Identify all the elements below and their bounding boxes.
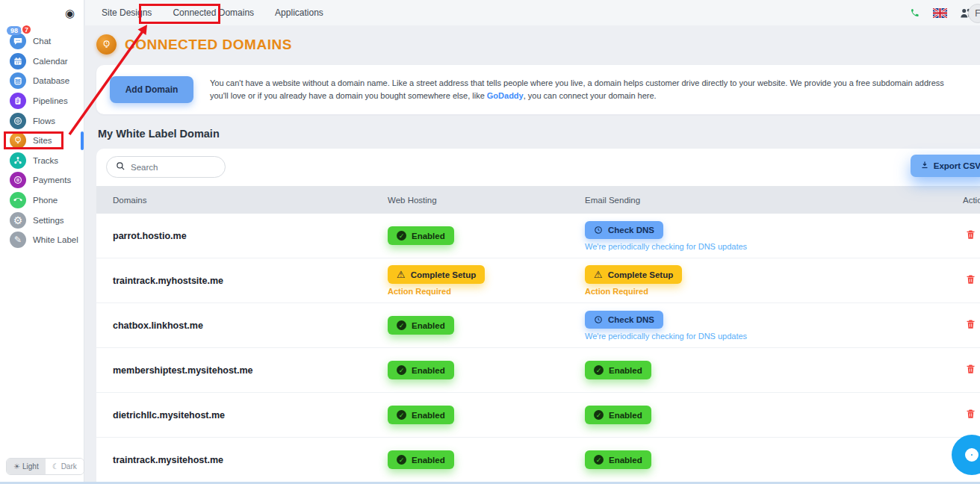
enabled-badge: ✓Enabled: [388, 406, 454, 424]
topbar-actions: [909, 0, 973, 25]
domain-cell: traintrack.myhostsite.me: [96, 276, 388, 286]
language-flag-icon[interactable]: [933, 8, 947, 18]
page-title: CONNECTED DOMAINS: [96, 34, 980, 55]
section-heading: My White Label Domain: [98, 128, 980, 140]
intro-description: You can't have a website without a domai…: [210, 77, 968, 102]
sidebar-item-label: Database: [33, 76, 69, 85]
sidebar-item-settings[interactable]: ⚙ Settings: [0, 210, 84, 230]
phone-icon: [10, 192, 26, 208]
sidebar-item-flows[interactable]: Flows: [0, 111, 84, 131]
actions-cell: [963, 229, 980, 243]
tab-applications[interactable]: Applications: [264, 1, 334, 25]
web-hosting-cell: ✓Enabled: [388, 316, 585, 335]
settings-gear-icon: ⚙: [10, 212, 26, 229]
tab-connected-domains[interactable]: Connected Domains: [162, 1, 264, 25]
sidebar-item-payments[interactable]: Payments: [0, 170, 84, 190]
sidebar-item-database[interactable]: Database: [0, 71, 84, 91]
search-input[interactable]: [131, 163, 205, 172]
sidebar-nav: 98 7 Chat Calendar Database: [0, 31, 84, 250]
record-indicator-icon[interactable]: ◉: [65, 7, 75, 20]
trash-icon[interactable]: [965, 273, 976, 285]
flows-icon: [10, 113, 26, 129]
table-row: chatbox.linkhost.me ✓Enabled Check DNS W…: [96, 303, 980, 348]
table-toolbar: Export CSV: [96, 149, 980, 186]
chat-widget-icon: [965, 448, 979, 462]
sidebar-item-white-label[interactable]: ✎ White Label: [0, 230, 84, 250]
chat-count-badge: 98: [7, 26, 22, 35]
tab-site-designs[interactable]: Site Designs: [91, 1, 162, 25]
web-hosting-cell: ✓Enabled: [388, 361, 585, 379]
godaddy-link[interactable]: GoDaddy: [487, 91, 524, 100]
export-csv-button[interactable]: Export CSV: [911, 155, 980, 177]
topbar: Site Designs Connected Domains Applicati…: [85, 0, 980, 25]
domain-cell: parrot.hostio.me: [96, 231, 388, 241]
enabled-badge: ✓Enabled: [388, 226, 454, 245]
complete-setup-badge[interactable]: ⚠Complete Setup: [585, 265, 682, 284]
add-domain-button[interactable]: Add Domain: [110, 76, 193, 103]
actions-cell: [963, 273, 980, 288]
web-hosting-cell: ✓Enabled: [388, 406, 585, 424]
sidebar-item-label: Flows: [33, 117, 55, 125]
table-row: parrot.hostio.me ✓Enabled Check DNS We'r…: [96, 214, 980, 258]
trash-icon[interactable]: [965, 363, 976, 375]
table-row: membershiptest.mysitehost.me ✓Enabled ✓E…: [96, 348, 980, 393]
sidebar-item-tracks[interactable]: Tracks: [0, 151, 84, 171]
sidebar-item-label: Phone: [33, 196, 58, 205]
warning-icon: ⚠: [594, 270, 603, 279]
moon-icon: ☾: [52, 462, 59, 471]
sidebar-item-label: Pipelines: [33, 96, 68, 105]
app-window: ◉ 98 7 Chat Calendar Database: [0, 0, 980, 484]
sidebar-item-label: Sites: [33, 136, 52, 145]
enabled-badge: ✓Enabled: [388, 316, 454, 335]
email-sending-cell: ✓Enabled: [585, 406, 963, 424]
phone-call-icon[interactable]: [909, 7, 921, 19]
complete-setup-badge[interactable]: ⚠Complete Setup: [388, 265, 485, 284]
sidebar-item-pipelines[interactable]: Pipelines: [0, 91, 84, 111]
domains-bulb-icon: [96, 34, 117, 55]
search-icon: [116, 161, 125, 174]
table-row: traintrack.myhostsite.me ⚠Complete Setup…: [96, 258, 980, 303]
check-dns-badge[interactable]: Check DNS: [585, 221, 663, 239]
actions-cell: [963, 318, 980, 333]
check-dns-badge[interactable]: Check DNS: [585, 311, 663, 329]
sidebar-item-label: Payments: [33, 176, 71, 184]
sidebar-item-label: Chat: [33, 37, 51, 46]
action-required-note: Action Required: [585, 287, 648, 296]
email-sending-cell: Check DNS We're periodically checking fo…: [585, 221, 963, 251]
pipelines-icon: [10, 93, 26, 109]
page-content: CONNECTED DOMAINS Add Domain You can't h…: [85, 25, 980, 483]
trash-icon[interactable]: [965, 229, 976, 241]
enabled-badge: ✓Enabled: [585, 450, 651, 469]
sidebar-item-calendar[interactable]: Calendar: [0, 52, 84, 72]
check-circle-icon: ✓: [397, 365, 406, 375]
intro-card: Add Domain You can't have a website with…: [96, 65, 980, 114]
column-header-actions: Actions: [963, 196, 980, 205]
trash-icon[interactable]: [965, 408, 976, 420]
web-hosting-cell: ⚠Complete Setup Action Required: [388, 265, 585, 296]
clock-icon: [594, 315, 603, 324]
dns-note: We're periodically checking for DNS upda…: [585, 332, 747, 341]
tracks-icon: [10, 152, 26, 169]
email-sending-cell: Check DNS We're periodically checking fo…: [585, 311, 963, 341]
email-sending-cell: ⚠Complete Setup Action Required: [585, 265, 963, 296]
domain-cell: chatbox.linkhost.me: [96, 320, 388, 331]
chat-alert-badge: 7: [21, 24, 32, 35]
table-row: dietrichllc.mysitehost.me ✓Enabled ✓Enab…: [96, 393, 980, 438]
check-circle-icon: ✓: [594, 410, 604, 420]
sidebar-item-sites[interactable]: Sites: [0, 131, 84, 151]
sidebar-item-chat[interactable]: 98 7 Chat: [0, 31, 84, 52]
dark-mode-button[interactable]: ☾Dark: [46, 459, 84, 474]
column-header-web-hosting: Web Hosting: [388, 196, 585, 205]
column-header-email-sending: Email Sending: [585, 196, 963, 205]
light-mode-button[interactable]: ☀Light: [7, 459, 46, 474]
email-sending-cell: ✓Enabled: [585, 450, 963, 469]
dns-note: We're periodically checking for DNS upda…: [585, 242, 747, 251]
sidebar-item-phone[interactable]: Phone: [0, 190, 84, 211]
trash-icon[interactable]: [965, 318, 976, 330]
enabled-badge: ✓Enabled: [585, 361, 651, 379]
actions-cell: [963, 408, 980, 423]
check-circle-icon: ✓: [397, 320, 406, 330]
domain-cell: membershiptest.mysitehost.me: [96, 365, 388, 376]
domains-table-card: Export CSV Domains Web Hosting Email Sen…: [96, 149, 980, 483]
domain-cell: traintrack.mysitehost.me: [96, 455, 388, 465]
